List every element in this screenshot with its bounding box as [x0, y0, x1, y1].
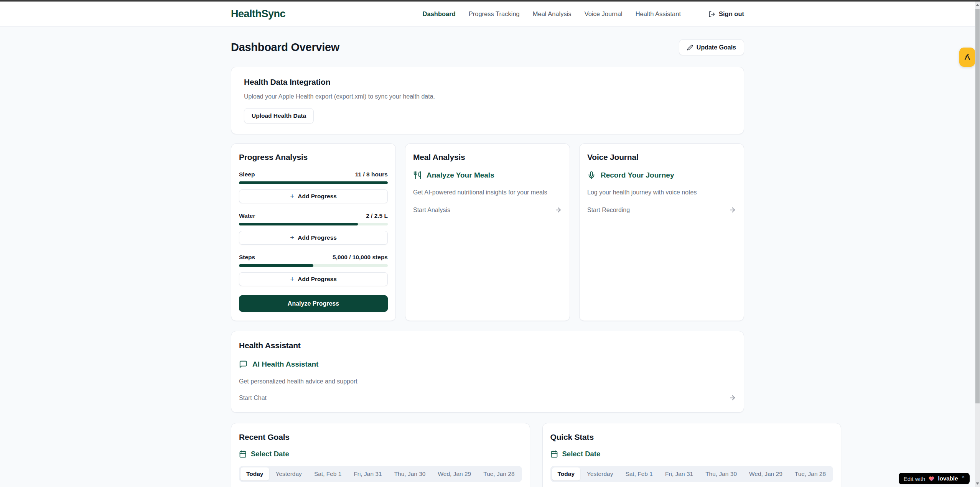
recent-goals-title: Recent Goals: [239, 433, 522, 442]
health-assistant-title: Health Assistant: [239, 341, 736, 350]
integration-description: Upload your Apple Health export (export.…: [244, 93, 731, 100]
voice-journal-description: Log your health journey with voice notes: [587, 189, 736, 196]
arrow-right-icon: [729, 206, 736, 214]
upload-health-data-button[interactable]: Upload Health Data: [244, 108, 314, 123]
sign-out-label: Sign out: [719, 10, 744, 18]
app-logo[interactable]: HealthSync: [231, 8, 285, 20]
plus-icon: +: [290, 234, 294, 241]
analyze-progress-button[interactable]: Analyze Progress: [239, 295, 388, 312]
metric-value: 2 / 2.5 L: [366, 212, 388, 219]
meal-analysis-description: Get AI-powered nutritional insights for …: [413, 189, 562, 196]
nav-item-progress-tracking[interactable]: Progress Tracking: [469, 10, 520, 18]
date-tab[interactable]: Wed, Jan 29: [432, 467, 477, 480]
metric-water: Water 2 / 2.5 L + Add Progress: [239, 212, 388, 245]
record-your-journey-link[interactable]: Record Your Journey: [587, 171, 736, 179]
mic-icon: [587, 171, 596, 179]
date-tab[interactable]: Thu, Jan 30: [700, 467, 743, 480]
date-tab[interactable]: Yesterday: [581, 467, 619, 480]
add-progress-label: Add Progress: [298, 276, 337, 283]
date-tabs: Today Yesterday Sat, Feb 1 Fri, Jan 31 T…: [550, 466, 833, 482]
lovable-badge[interactable]: Edit with lovable ×: [899, 473, 970, 484]
add-progress-label: Add Progress: [298, 193, 337, 200]
vertical-scrollbar: [975, 2, 980, 487]
arrow-right-icon: [729, 394, 736, 401]
start-analysis-link[interactable]: Start Analysis: [413, 206, 562, 214]
feature-label: Record Your Journey: [601, 171, 674, 179]
sign-out-button[interactable]: Sign out: [708, 10, 744, 18]
badge-text: Edit with: [904, 475, 926, 482]
scrollbar-up-arrow[interactable]: [975, 2, 980, 8]
meal-analysis-title: Meal Analysis: [413, 153, 562, 162]
lovable-dev-fab[interactable]: [959, 48, 975, 67]
nav-item-voice-journal[interactable]: Voice Journal: [585, 10, 623, 18]
start-chat-link[interactable]: Start Chat: [239, 394, 736, 401]
analyze-your-meals-link[interactable]: Analyze Your Meals: [413, 171, 562, 179]
action-label: Start Chat: [239, 395, 267, 401]
date-tab[interactable]: Tue, Jan 28: [789, 467, 832, 480]
utensils-icon: [413, 171, 422, 179]
lovable-dev-icon: [963, 53, 972, 61]
badge-close-icon[interactable]: ×: [962, 474, 965, 480]
select-date-button[interactable]: Select Date: [550, 450, 833, 458]
date-tab[interactable]: Fri, Jan 31: [659, 467, 699, 480]
voice-journal-card: Voice Journal Record Your Journey Log yo…: [579, 143, 744, 321]
date-tab[interactable]: Fri, Jan 31: [348, 467, 387, 480]
date-tab[interactable]: Sat, Feb 1: [308, 467, 348, 480]
metric-steps: Steps 5,000 / 10,000 steps + Add Progres…: [239, 254, 388, 286]
date-tab[interactable]: Wed, Jan 29: [743, 467, 788, 480]
metric-label: Steps: [239, 254, 255, 261]
date-tab[interactable]: Tue, Jan 28: [478, 467, 520, 480]
nav-item-health-assistant[interactable]: Health Assistant: [636, 10, 681, 18]
chat-bubble-icon: [239, 360, 247, 369]
gradient-heart-icon: [928, 475, 935, 482]
add-progress-label: Add Progress: [298, 234, 337, 241]
feature-label: AI Health Assistant: [252, 360, 318, 369]
metric-label: Water: [239, 212, 255, 219]
metric-label: Sleep: [239, 171, 255, 178]
dashboard-page: Dashboard Overview Update Goals Health D…: [231, 27, 744, 487]
date-tab[interactable]: Today: [552, 467, 581, 480]
health-assistant-card: Health Assistant AI Health Assistant Get…: [231, 331, 744, 413]
metric-sleep: Sleep 11 / 8 hours + Add Progress: [239, 171, 388, 203]
action-label: Start Analysis: [413, 207, 450, 214]
date-tab[interactable]: Sat, Feb 1: [619, 467, 659, 480]
date-tabs: Today Yesterday Sat, Feb 1 Fri, Jan 31 T…: [239, 466, 522, 482]
badge-brand: lovable: [938, 475, 958, 482]
steps-progress-bar: [239, 264, 388, 267]
add-progress-button-steps[interactable]: + Add Progress: [239, 272, 388, 286]
date-tab[interactable]: Today: [240, 467, 269, 480]
add-progress-button-water[interactable]: + Add Progress: [239, 231, 388, 245]
progress-analysis-card: Progress Analysis Sleep 11 / 8 hours + A…: [231, 143, 396, 321]
health-assistant-description: Get personalized health advice and suppo…: [239, 378, 736, 385]
select-date-label: Select Date: [562, 450, 601, 458]
start-recording-link[interactable]: Start Recording: [587, 206, 736, 214]
window-top-edge: [0, 0, 980, 2]
progress-analysis-title: Progress Analysis: [239, 153, 388, 162]
logout-icon: [708, 11, 715, 18]
app-viewport: HealthSync Dashboard Progress Tracking M…: [0, 2, 975, 487]
sleep-progress-bar: [239, 181, 388, 184]
integration-title: Health Data Integration: [244, 77, 731, 87]
ai-health-assistant-link[interactable]: AI Health Assistant: [239, 360, 736, 369]
select-date-label: Select Date: [251, 450, 289, 458]
voice-journal-title: Voice Journal: [587, 153, 736, 162]
nav-item-meal-analysis[interactable]: Meal Analysis: [533, 10, 572, 18]
page-title: Dashboard Overview: [231, 41, 339, 54]
pencil-icon: [687, 44, 693, 51]
nav-item-dashboard[interactable]: Dashboard: [423, 10, 456, 18]
scrollbar-thumb[interactable]: [975, 9, 980, 403]
add-progress-button-sleep[interactable]: + Add Progress: [239, 189, 388, 203]
date-tab[interactable]: Thu, Jan 30: [389, 467, 432, 480]
quick-stats-card: Quick Stats Select Date Today Yesterday …: [542, 423, 842, 487]
update-goals-label: Update Goals: [697, 44, 736, 51]
date-tab[interactable]: Yesterday: [270, 467, 308, 480]
health-data-integration-card: Health Data Integration Upload your Appl…: [231, 67, 744, 134]
update-goals-button[interactable]: Update Goals: [679, 39, 744, 55]
calendar-icon: [239, 450, 247, 458]
main-nav: Dashboard Progress Tracking Meal Analysi…: [423, 10, 744, 18]
quick-stats-title: Quick Stats: [550, 433, 833, 442]
select-date-button[interactable]: Select Date: [239, 450, 522, 458]
calendar-icon: [550, 450, 558, 458]
scrollbar-down-arrow[interactable]: [975, 481, 980, 486]
water-progress-bar: [239, 223, 388, 225]
